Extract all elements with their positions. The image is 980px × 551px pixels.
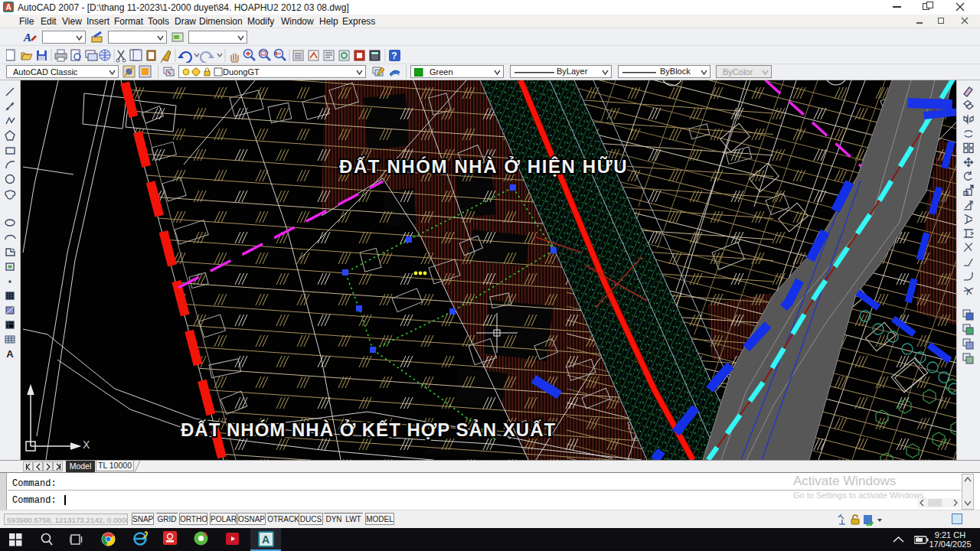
svg-text:A: A	[23, 31, 31, 44]
svg-text:A: A	[262, 533, 270, 546]
svg-text:X: X	[83, 439, 90, 451]
svg-text:A: A	[5, 3, 11, 11]
svg-text:ĐẤT NHÓM NHÀ Ở KẾT HỢP SẢN XUẤ: ĐẤT NHÓM NHÀ Ở KẾT HỢP SẢN XUẤT	[181, 419, 556, 440]
svg-text:A: A	[6, 348, 14, 360]
svg-text:ĐẤT NHÓM NHÀ Ở HIỆN HỮU: ĐẤT NHÓM NHÀ Ở HIỆN HỮU	[339, 155, 628, 177]
svg-text:?: ?	[391, 51, 397, 61]
